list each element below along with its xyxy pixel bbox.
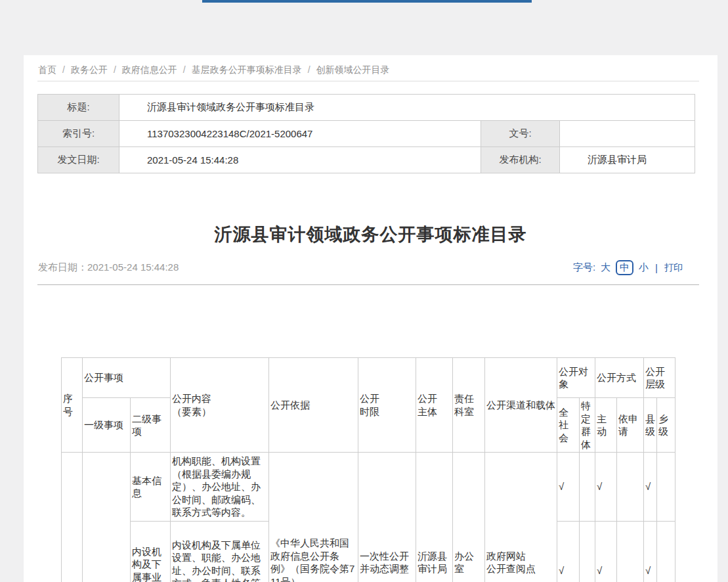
publish-info-row: 发布日期：2021-05-24 15:44:28 字号: 大 中 小 | 打印 (38, 260, 683, 275)
header-method: 公开方式 (595, 358, 644, 398)
header-level2-item: 二级事项 (131, 398, 171, 453)
page-title: 沂源县审计领域政务公开事项标准目录 (24, 223, 717, 246)
header-proactive: 主动 (595, 398, 617, 453)
content-panel: 首页/政务公开/政府信息公开/基层政务公开事项标准目录/创新领域公开目录 标题:… (24, 55, 717, 582)
meta-title-label: 标题: (38, 95, 119, 121)
header-specific-group: 特定群体 (580, 398, 595, 453)
breadcrumb-zhengwu[interactable]: 政务公开 (71, 64, 108, 75)
meta-docno-value (560, 121, 695, 147)
meta-docno-label: 文号: (481, 121, 560, 147)
cell-proactive-check: √ (595, 522, 617, 582)
cell-township (657, 453, 675, 522)
cell-specific-group (580, 453, 595, 522)
header-basis: 公开依据 (269, 358, 358, 453)
header-audience: 公开对象 (557, 358, 595, 398)
cell-content: 内设机构及下属单位设置、职能、办公地址、办公时间、联系方式、负责人姓名等内容。 (171, 522, 269, 582)
cell-level1-item (83, 453, 131, 582)
document-meta-table: 标题: 沂源县审计领域政务公开事项标准目录 索引号: 1137032300422… (37, 94, 695, 173)
cell-whole-society-check: √ (557, 522, 580, 582)
breadcrumb-divider (37, 81, 699, 81)
cell-serial (62, 453, 83, 582)
cell-channel: 政府网站 公开查阅点 (485, 453, 557, 582)
cell-county-check: √ (644, 522, 657, 582)
cell-time-limit: 一次性公开并动态调整 (358, 453, 416, 582)
breadcrumb: 首页/政务公开/政府信息公开/基层政务公开事项标准目录/创新领域公开目录 (38, 64, 390, 76)
breadcrumb-separator: / (62, 64, 65, 75)
cell-subject: 沂源县审计局 (416, 453, 453, 582)
cell-whole-society-check: √ (557, 453, 580, 522)
catalog-header-row-1: 序号 公开事项 公开内容 （要素） 公开依据 公开 时限 公开 主体 责任科室 … (62, 358, 675, 398)
header-on-request: 依申请 (617, 398, 644, 453)
meta-row-date: 发文日期: 2021-05-24 15:44:28 发布机构: 沂源县审计局 (38, 147, 695, 173)
breadcrumb-separator: / (114, 64, 116, 75)
header-channel: 公开渠道和载体 (485, 358, 557, 453)
meta-date-value: 2021-05-24 15:44:28 (119, 147, 481, 173)
meta-date-label: 发文日期: (38, 147, 119, 173)
cell-level2-item: 内设机构及下属事业单位 (131, 522, 171, 582)
print-button[interactable]: 打印 (664, 262, 683, 274)
cell-level2-item: 基本信息 (131, 453, 171, 522)
breadcrumb-separator: / (308, 64, 310, 75)
meta-index-label: 索引号: (38, 121, 119, 147)
breadcrumb-home[interactable]: 首页 (38, 64, 56, 75)
meta-title-value: 沂源县审计领域政务公开事项标准目录 (119, 95, 695, 121)
meta-row-title: 标题: 沂源县审计领域政务公开事项标准目录 (38, 95, 695, 121)
header-serial: 序号 (62, 358, 83, 453)
meta-agency-value: 沂源县审计局 (560, 147, 695, 173)
header-level1-item: 一级事项 (83, 398, 131, 453)
cell-on-request (617, 522, 644, 582)
publish-date: 发布日期：2021-05-24 15:44:28 (38, 261, 179, 274)
breadcrumb-separator: / (183, 64, 186, 75)
toolbar-divider: | (655, 262, 658, 273)
cell-county-check: √ (644, 453, 657, 522)
breadcrumb-info-public[interactable]: 政府信息公开 (122, 64, 177, 75)
header-public-matter: 公开事项 (83, 358, 171, 398)
catalog-data-row-1: 基本信息 机构职能、机构设置（根据县委编办规定）、办公地址、办公时间、邮政编码、… (62, 453, 675, 522)
meta-index-value: 11370323004223148C/2021-5200647 (119, 121, 481, 147)
header-level: 公开层级 (644, 358, 675, 398)
font-size-small-button[interactable]: 小 (639, 261, 649, 274)
font-size-label: 字号: (573, 261, 595, 274)
font-size-large-button[interactable]: 大 (601, 261, 610, 274)
cell-responsible-dept: 办公室 (453, 453, 485, 582)
header-responsible-dept: 责任科室 (453, 358, 485, 453)
cell-basis: 《中华人民共和国政府信息公开条例》（国务院令第711号） (269, 453, 358, 582)
header-township-level: 乡级 (657, 398, 675, 453)
meta-agency-label: 发布机构: (481, 147, 560, 173)
page: 首页/政务公开/政府信息公开/基层政务公开事项标准目录/创新领域公开目录 标题:… (0, 0, 728, 582)
top-nav-bar-edge (202, 0, 532, 3)
breadcrumb-catalog[interactable]: 基层政务公开事项标准目录 (192, 64, 302, 75)
breadcrumb-current[interactable]: 创新领域公开目录 (316, 64, 390, 75)
cell-content: 机构职能、机构设置（根据县委编办规定）、办公地址、办公时间、邮政编码、联系方式等… (171, 453, 269, 522)
catalog-table: 序号 公开事项 公开内容 （要素） 公开依据 公开 时限 公开 主体 责任科室 … (61, 357, 675, 582)
cell-proactive-check: √ (595, 453, 617, 522)
header-content: 公开内容 （要素） (171, 358, 269, 453)
font-size-controls: 字号: 大 中 小 | 打印 (573, 260, 683, 275)
header-county-level: 县级 (644, 398, 657, 453)
font-size-medium-button[interactable]: 中 (616, 260, 633, 275)
header-subject: 公开 主体 (416, 358, 453, 453)
meta-row-index: 索引号: 11370323004223148C/2021-5200647 文号: (38, 121, 695, 147)
header-whole-society: 全社会 (557, 398, 580, 453)
cell-on-request (617, 453, 644, 522)
header-time-limit: 公开 时限 (358, 358, 416, 453)
article-divider (37, 284, 699, 285)
cell-township (657, 522, 675, 582)
cell-specific-group (580, 522, 595, 582)
